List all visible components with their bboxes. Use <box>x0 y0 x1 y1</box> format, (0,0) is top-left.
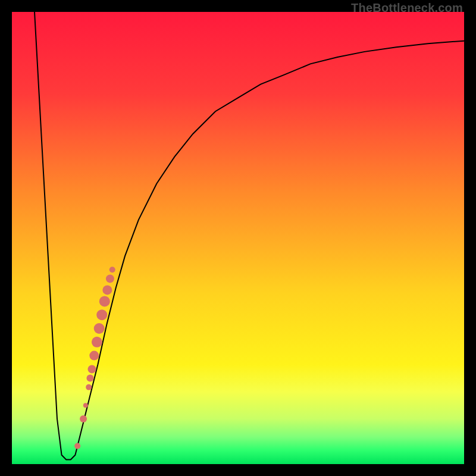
highlight-markers <box>74 267 115 449</box>
marker-point <box>88 365 96 373</box>
marker-point <box>83 403 88 408</box>
marker-point <box>86 384 92 390</box>
plot-area <box>12 12 464 464</box>
watermark-text: TheBottleneck.com <box>351 1 463 15</box>
marker-point <box>89 351 99 361</box>
marker-point <box>102 285 112 295</box>
bottleneck-curve <box>35 12 464 459</box>
chart-frame: TheBottleneck.com <box>0 0 476 476</box>
marker-point <box>106 274 114 283</box>
marker-point <box>86 375 93 382</box>
marker-point <box>74 443 80 449</box>
curve-layer <box>12 12 464 464</box>
marker-point <box>92 337 102 347</box>
marker-point <box>109 267 115 273</box>
marker-point <box>94 323 105 334</box>
marker-point <box>80 415 87 422</box>
marker-point <box>96 309 107 320</box>
marker-point <box>99 296 110 306</box>
